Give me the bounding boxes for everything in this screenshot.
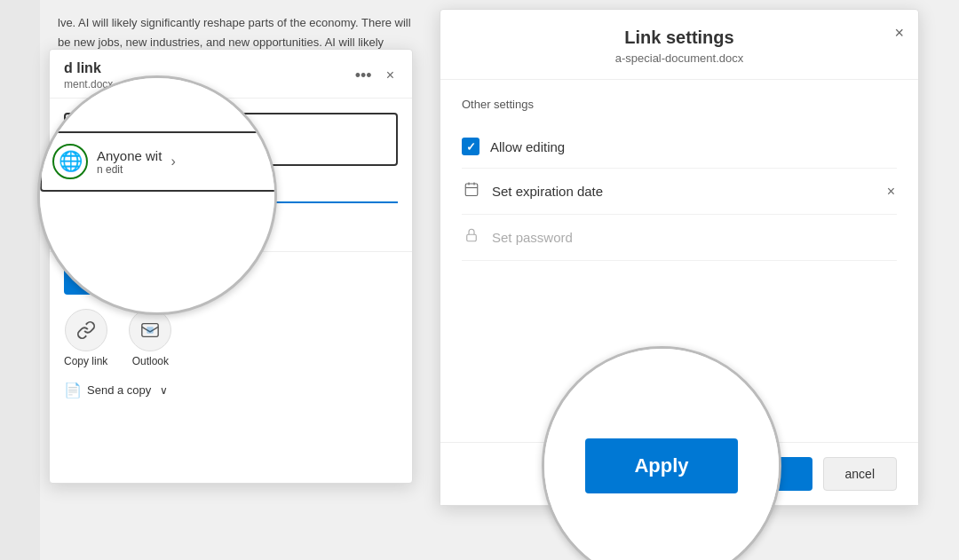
ls-subtitle: a-special-document.docx xyxy=(462,51,897,65)
expiration-date-option[interactable]: Set expiration date × xyxy=(462,169,897,215)
share-close-button[interactable]: × xyxy=(383,65,398,86)
checkmark-icon: ✓ xyxy=(466,140,476,154)
ls-close-button[interactable]: × xyxy=(894,24,904,43)
svg-rect-6 xyxy=(467,234,477,241)
share-header-actions: ••• × xyxy=(352,63,398,89)
svg-rect-1 xyxy=(147,327,154,333)
outlook-icon xyxy=(129,309,171,351)
cancel-button[interactable]: ancel xyxy=(823,457,897,491)
expiration-date-text: Set expiration date xyxy=(492,184,875,199)
ls-body: Other settings ✓ Allow editing Set expir… xyxy=(440,80,918,279)
ls-title: Link settings xyxy=(462,28,897,48)
ls-header: Link settings a-special-document.docx × xyxy=(440,10,918,80)
calendar-icon xyxy=(462,181,481,201)
magnifier-left: 🌐 Anyone wit n edit › xyxy=(37,75,277,315)
mag-chevron: › xyxy=(170,154,175,170)
magnifier-left-content: 🌐 Anyone wit n edit › xyxy=(37,75,277,209)
outlook-label: Outlook xyxy=(132,355,169,367)
password-text: Set password xyxy=(492,230,897,245)
magnifier-right: Apply xyxy=(542,346,781,560)
password-option[interactable]: Set password xyxy=(462,215,897,261)
allow-editing-text: Allow editing xyxy=(490,139,897,154)
allow-editing-option[interactable]: ✓ Allow editing xyxy=(462,125,897,169)
share-title: d link xyxy=(64,60,113,76)
mag-apply-button[interactable]: Apply xyxy=(585,438,737,493)
allow-editing-checkbox[interactable]: ✓ xyxy=(462,138,480,155)
mag-edit-text: n edit xyxy=(97,163,162,176)
copy-link-label: Copy link xyxy=(64,355,107,367)
send-copy-icon: 📄 xyxy=(64,382,82,398)
mag-link-box: 🌐 Anyone wit n edit › xyxy=(40,131,277,192)
mag-globe-icon: 🌐 xyxy=(52,144,88,179)
send-copy-row[interactable]: 📄 Send a copy ∨ xyxy=(64,382,398,398)
svg-rect-2 xyxy=(465,184,478,196)
send-copy-label: Send a copy xyxy=(87,383,151,397)
other-settings-label: Other settings xyxy=(462,98,897,111)
outlook-action[interactable]: Outlook xyxy=(129,309,171,367)
mag-anyone-text: Anyone wit xyxy=(97,148,162,163)
expiration-clear-button[interactable]: × xyxy=(885,182,897,201)
more-options-button[interactable]: ••• xyxy=(352,63,376,89)
copy-link-icon xyxy=(65,309,107,351)
magnifier-right-content: Apply xyxy=(544,349,779,560)
lock-icon xyxy=(462,227,481,248)
mag-text-content: Anyone wit n edit xyxy=(97,148,162,176)
share-icons-row: Copy link Outlook xyxy=(64,309,398,367)
send-copy-chevron: ∨ xyxy=(160,384,168,397)
copy-link-action[interactable]: Copy link xyxy=(64,309,107,367)
